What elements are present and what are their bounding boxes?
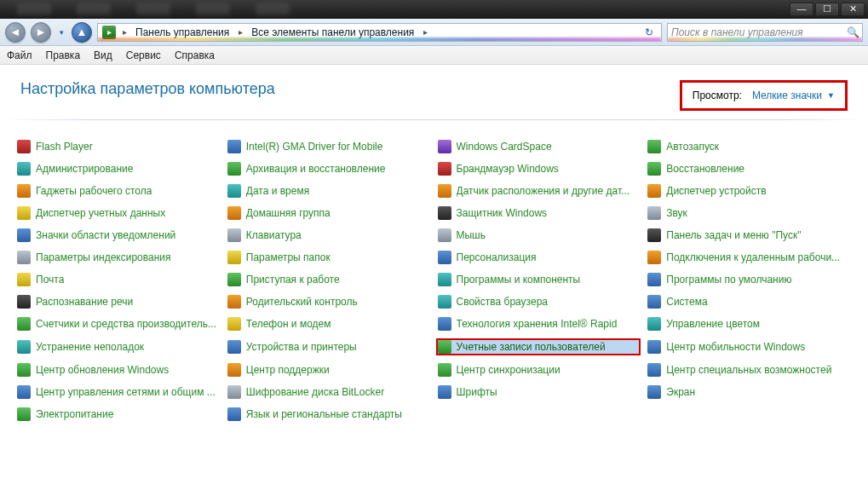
- control-panel-item[interactable]: Счетчики и средства производитель...: [15, 316, 220, 332]
- control-panel-item[interactable]: Учетные записи пользователей: [436, 338, 641, 355]
- control-panel-item[interactable]: Устройства и принтеры: [226, 338, 430, 355]
- control-panel-item[interactable]: Защитник Windows: [436, 205, 641, 221]
- item-icon: [227, 206, 241, 220]
- control-panel-item[interactable]: Параметры папок: [226, 250, 430, 265]
- view-value[interactable]: Мелкие значки ▼: [752, 89, 835, 101]
- item-label: Диспетчер устройств: [666, 185, 766, 197]
- search-input[interactable]: Поиск в панели управления 🔍: [667, 23, 863, 42]
- menu-file[interactable]: Файл: [7, 49, 32, 61]
- item-label: Шрифты: [457, 386, 497, 398]
- control-panel-item[interactable]: Центр специальных возможностей: [646, 362, 850, 378]
- control-panel-item[interactable]: Датчик расположения и другие дат...: [436, 183, 641, 199]
- control-panel-item[interactable]: Электропитание: [15, 407, 220, 422]
- item-icon: [17, 228, 31, 242]
- menu-help[interactable]: Справка: [175, 49, 215, 61]
- control-panel-item[interactable]: Значки области уведомлений: [15, 228, 220, 243]
- control-panel-item[interactable]: Домашняя группа: [226, 205, 430, 221]
- item-label: Центр синхронизации: [457, 364, 560, 376]
- control-panel-item[interactable]: Диспетчер учетных данных: [15, 205, 220, 221]
- item-label: Дата и время: [246, 185, 309, 197]
- control-panel-item[interactable]: Родительский контроль: [226, 294, 430, 309]
- control-panel-item[interactable]: Intel(R) GMA Driver for Mobile: [226, 139, 430, 154]
- menu-tools[interactable]: Сервис: [126, 49, 161, 61]
- control-panel-item[interactable]: Центр поддержки: [226, 362, 430, 378]
- control-panel-item[interactable]: Экран: [646, 384, 850, 400]
- breadcrumb[interactable]: ▸ ▸ Панель управления ▸ Все элементы пан…: [97, 23, 662, 42]
- control-panel-item[interactable]: Технология хранения Intel® Rapid: [436, 316, 641, 332]
- control-panel-item[interactable]: Распознавание речи: [15, 294, 220, 309]
- item-icon: [647, 228, 661, 242]
- item-label: Датчик расположения и другие дат...: [457, 185, 630, 197]
- search-icon: 🔍: [847, 26, 859, 38]
- item-icon: [647, 162, 661, 176]
- control-panel-item[interactable]: Программы по умолчанию: [646, 272, 850, 287]
- control-panel-item[interactable]: Гаджеты рабочего стола: [15, 183, 220, 199]
- item-label: Устройства и принтеры: [246, 341, 357, 353]
- control-panel-item[interactable]: Программы и компоненты: [436, 272, 641, 287]
- control-panel-item[interactable]: Шифрование диска BitLocker: [226, 384, 430, 400]
- control-panel-item[interactable]: Центр управления сетями и общим ...: [15, 384, 220, 400]
- item-label: Защитник Windows: [457, 207, 548, 219]
- control-panel-item[interactable]: Администрирование: [15, 161, 220, 176]
- control-panel-item[interactable]: Устранение неполадок: [15, 338, 220, 355]
- divider: [5, 119, 863, 120]
- item-label: Восстановление: [666, 163, 744, 175]
- control-panel-item[interactable]: Мышь: [436, 228, 641, 243]
- control-panel-item[interactable]: Архивация и восстановление: [226, 161, 430, 176]
- control-panel-item[interactable]: Параметры индексирования: [15, 250, 220, 265]
- minimize-button[interactable]: —: [790, 3, 813, 16]
- control-panel-item[interactable]: Центр обновления Windows: [15, 362, 220, 378]
- control-panel-item[interactable]: Windows CardSpace: [436, 139, 641, 154]
- view-selector[interactable]: Просмотр: Мелкие значки ▼: [680, 80, 848, 111]
- up-button[interactable]: ▲: [72, 22, 92, 43]
- item-label: Архивация и восстановление: [246, 163, 386, 175]
- item-label: Программы и компоненты: [457, 274, 581, 286]
- refresh-button[interactable]: ↻: [641, 26, 658, 38]
- control-panel-item[interactable]: Шрифты: [436, 384, 641, 400]
- control-panel-item[interactable]: Центр синхронизации: [436, 362, 641, 378]
- control-panel-item[interactable]: Приступая к работе: [226, 272, 430, 287]
- menu-view[interactable]: Вид: [94, 49, 112, 61]
- recent-dropdown[interactable]: ▾: [56, 23, 66, 42]
- item-icon: [17, 273, 31, 286]
- control-panel-item[interactable]: Управление цветом: [646, 316, 850, 332]
- close-button[interactable]: ✕: [841, 3, 865, 16]
- maximize-button[interactable]: ☐: [815, 3, 839, 16]
- item-label: Программы по умолчанию: [666, 274, 791, 286]
- control-panel-item[interactable]: Flash Player: [15, 139, 220, 154]
- item-icon: [438, 273, 451, 286]
- item-icon: [647, 140, 661, 153]
- item-label: Центр обновления Windows: [36, 364, 169, 376]
- control-panel-item[interactable]: Звук: [646, 205, 850, 221]
- back-button[interactable]: ◄: [5, 22, 26, 43]
- view-label: Просмотр:: [693, 89, 742, 101]
- item-label: Свойства браузера: [457, 296, 549, 308]
- menu-edit[interactable]: Правка: [46, 49, 81, 61]
- control-panel-item[interactable]: Почта: [15, 272, 220, 287]
- item-icon: [227, 251, 241, 264]
- control-panel-item[interactable]: Язык и региональные стандарты: [226, 407, 430, 422]
- forward-button[interactable]: ►: [31, 22, 51, 43]
- control-panel-item[interactable]: Восстановление: [646, 161, 850, 176]
- item-label: Приступая к работе: [246, 274, 340, 286]
- control-panel-item[interactable]: Телефон и модем: [226, 316, 430, 332]
- chevron-right-icon: ▸: [118, 27, 130, 37]
- item-label: Автозапуск: [666, 141, 719, 153]
- control-panel-item[interactable]: Система: [646, 294, 850, 309]
- control-panel-item[interactable]: Дата и время: [226, 183, 430, 199]
- control-panel-item[interactable]: Брандмауэр Windows: [436, 161, 641, 176]
- item-label: Система: [666, 296, 707, 308]
- control-panel-item[interactable]: Панель задач и меню "Пуск": [646, 228, 850, 243]
- item-icon: [647, 273, 661, 286]
- item-icon: [17, 340, 31, 354]
- control-panel-item[interactable]: Подключения к удаленным рабочи...: [646, 250, 850, 265]
- control-panel-item[interactable]: Свойства браузера: [436, 294, 641, 309]
- item-icon: [438, 340, 451, 354]
- control-panel-item[interactable]: Персонализация: [436, 250, 641, 265]
- control-panel-item[interactable]: Клавиатура: [226, 228, 430, 243]
- item-icon: [647, 385, 661, 399]
- control-panel-item[interactable]: Центр мобильности Windows: [646, 338, 850, 355]
- control-panel-item[interactable]: Автозапуск: [646, 139, 850, 154]
- control-panel-item[interactable]: Диспетчер устройств: [646, 183, 850, 199]
- item-label: Мышь: [457, 229, 486, 241]
